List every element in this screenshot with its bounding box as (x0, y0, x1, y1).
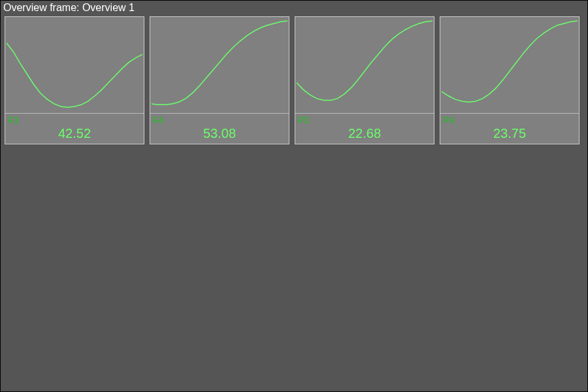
channel-panel-p4[interactable]: P4 23.75 (440, 16, 580, 144)
chart-f3 (5, 17, 144, 114)
line-chart-icon (150, 17, 289, 113)
channel-label: P4 (443, 115, 454, 125)
panel-row: F3 42.52 F4 53.08 P3 22. (1, 16, 587, 144)
overview-frame: Overview frame: Overview 1 F3 42.52 F4 5… (0, 0, 588, 392)
channel-value: 42.52 (5, 126, 144, 141)
channel-label: F4 (153, 115, 163, 125)
channel-label: F3 (8, 115, 18, 125)
line-chart-icon (295, 17, 434, 113)
frame-title: Overview frame: Overview 1 (1, 1, 587, 16)
panel-footer: F4 53.08 (150, 114, 289, 144)
line-chart-icon (5, 17, 144, 113)
chart-p3 (295, 17, 434, 114)
panel-footer: P3 22.68 (295, 114, 434, 144)
channel-panel-f3[interactable]: F3 42.52 (5, 16, 144, 144)
channel-value: 22.68 (295, 126, 434, 141)
chart-f4 (150, 17, 289, 114)
chart-line (442, 21, 578, 102)
channel-value: 53.08 (150, 126, 289, 141)
channel-panel-f4[interactable]: F4 53.08 (150, 16, 289, 144)
panel-footer: F3 42.52 (5, 114, 144, 144)
chart-line (297, 21, 433, 101)
channel-value: 23.75 (440, 126, 579, 141)
chart-line (152, 21, 287, 105)
line-chart-icon (440, 17, 579, 113)
chart-line (7, 43, 142, 108)
channel-panel-p3[interactable]: P3 22.68 (295, 16, 434, 144)
panel-footer: P4 23.75 (440, 114, 579, 144)
chart-p4 (440, 17, 579, 114)
channel-label: P3 (298, 115, 309, 125)
